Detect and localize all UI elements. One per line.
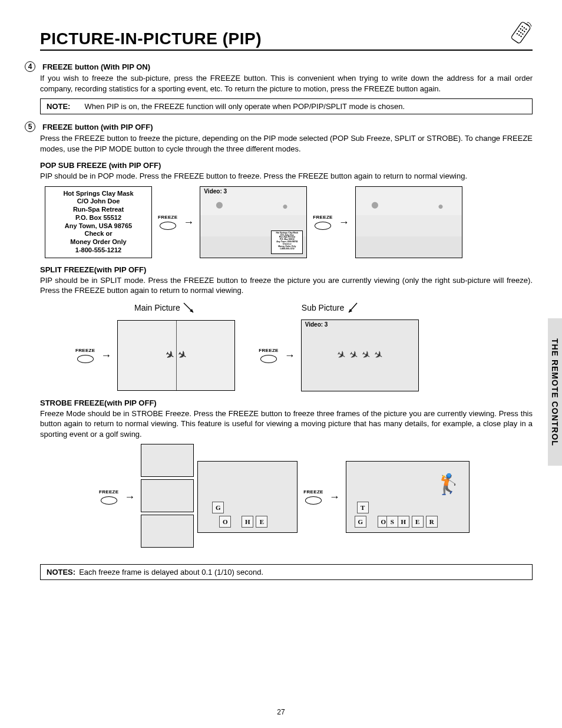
split-screen-2: Video: 3 ✈✈✈✈ bbox=[301, 319, 419, 391]
freeze-button-icon: FREEZE bbox=[303, 489, 323, 505]
svg-point-8 bbox=[520, 32, 521, 34]
video-label: Video: 3 bbox=[204, 188, 227, 195]
remote-control-icon bbox=[508, 21, 533, 46]
arrow-down-icon bbox=[183, 302, 196, 315]
arrow-icon: → bbox=[183, 217, 194, 228]
section-4-paragraph: If you wish to freeze the sub-picture, p… bbox=[40, 73, 533, 94]
golfer-icon: 🏌 bbox=[436, 472, 461, 496]
split-screen-1: ✈✈ ✈✈ bbox=[117, 320, 235, 391]
section-4-heading: 4 FREEZE button (With PIP ON) bbox=[40, 61, 533, 72]
freeze-button-icon: FREEZE bbox=[75, 348, 95, 363]
pip-sub-picture: Hot Springs Clay Mask C/O John Doe Run-S… bbox=[271, 230, 303, 254]
svg-point-1 bbox=[521, 25, 523, 27]
strobe-main-1: T O HE G bbox=[197, 461, 297, 533]
strobe-figure-row: FREEZE → T O HE G FREEZE → 🏌 T bbox=[99, 444, 533, 550]
address-screen: Hot Springs Clay Mask C/O John Doe Run-S… bbox=[45, 186, 152, 258]
strobe-freeze-paragraph: Freeze Mode should be in STROBE Freeze. … bbox=[40, 409, 533, 440]
arrow-icon: → bbox=[285, 350, 295, 361]
arrow-icon: → bbox=[101, 350, 111, 361]
page-number: 27 bbox=[0, 708, 562, 716]
pop-screen-normal bbox=[355, 186, 462, 258]
svg-point-5 bbox=[521, 29, 523, 31]
svg-point-6 bbox=[524, 31, 525, 32]
split-figure-row: FREEZE → ✈✈ ✈✈ FREEZE → Video: 3 ✈✈✈✈ bbox=[75, 319, 533, 391]
side-tab-label: THE REMOTE CONTROL bbox=[550, 338, 560, 446]
pop-sub-freeze-heading: POP SUB FREEZE (with PIP OFF) bbox=[40, 161, 533, 170]
note-label: NOTE: bbox=[47, 102, 70, 111]
section-5-paragraph: Press the FREEZE button to freeze the pi… bbox=[40, 133, 533, 154]
freeze-button-icon: FREEZE bbox=[313, 215, 332, 230]
svg-point-4 bbox=[520, 28, 521, 29]
section-5-title: FREEZE button (with PIP OFF) bbox=[42, 123, 153, 131]
svg-point-2 bbox=[523, 27, 525, 28]
freeze-button-icon: FREEZE bbox=[259, 348, 278, 363]
note-box-1: NOTE: When PIP is on, the FREEZE functio… bbox=[40, 98, 533, 114]
sub-picture-label: Sub Picture bbox=[302, 303, 344, 312]
arrow-down-icon bbox=[346, 302, 359, 315]
svg-point-3 bbox=[525, 28, 527, 30]
strobe-freeze-heading: STROBE FREEZE(with PIP OFF) bbox=[40, 398, 533, 407]
pop-screen-with-pip: Video: 3 Hot Springs Clay Mask C/O John … bbox=[200, 186, 307, 258]
freeze-button-icon: FREEZE bbox=[158, 215, 177, 230]
side-tab: THE REMOTE CONTROL bbox=[548, 318, 562, 466]
title-underline bbox=[40, 50, 533, 51]
note-box-2: NOTES: Each freeze frame is delayed abou… bbox=[40, 564, 533, 580]
step-number-4: 4 bbox=[25, 61, 35, 72]
section-4-title: FREEZE button (With PIP ON) bbox=[42, 62, 150, 71]
note-text: When PIP is on, the FREEZE function will… bbox=[84, 102, 405, 111]
split-freeze-heading: SPLIT FREEZE(with PIP OFF) bbox=[40, 265, 533, 274]
svg-point-12 bbox=[520, 35, 522, 37]
step-number-5: 5 bbox=[25, 121, 35, 132]
svg-point-7 bbox=[518, 30, 520, 32]
pop-figure-row: Hot Springs Clay Mask C/O John Doe Run-S… bbox=[45, 186, 533, 258]
svg-point-10 bbox=[516, 32, 518, 34]
section-5-heading: 5 FREEZE button (with PIP OFF) bbox=[40, 121, 533, 132]
split-annotations: Main Picture Sub Picture bbox=[134, 302, 533, 315]
notes-text: Each freeze frame is delayed about 0.1 (… bbox=[79, 568, 263, 577]
page-title: PICTURE-IN-PICTURE (PIP) bbox=[40, 29, 262, 48]
strobe-main-2: 🏌 T O HER G S bbox=[346, 461, 470, 533]
svg-point-11 bbox=[518, 34, 520, 36]
arrow-icon: → bbox=[329, 492, 340, 502]
split-freeze-paragraph: PIP should be in SPLIT mode. Press the F… bbox=[40, 275, 533, 296]
main-picture-label: Main Picture bbox=[134, 303, 180, 312]
arrow-icon: → bbox=[339, 217, 349, 228]
svg-point-9 bbox=[522, 33, 524, 35]
arrow-icon: → bbox=[124, 492, 135, 502]
pop-sub-freeze-paragraph: PIP should be in POP mode. Press the FRE… bbox=[40, 171, 533, 182]
freeze-button-icon: FREEZE bbox=[99, 489, 118, 505]
notes-label: NOTES: bbox=[47, 568, 75, 577]
strobe-thumbnails bbox=[141, 444, 194, 550]
